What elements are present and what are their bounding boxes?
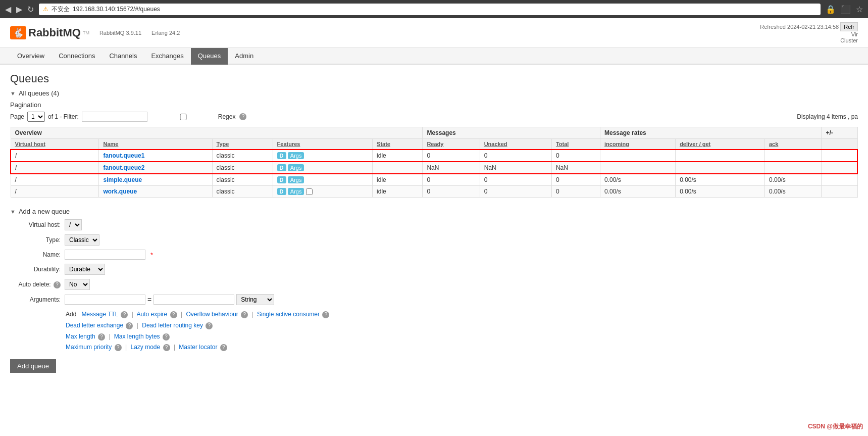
link-master-locator[interactable]: Master locator [179, 344, 217, 351]
header-right: Refreshed 2024-02-21 23:14:58 Refr Vir C… [760, 22, 858, 43]
link-dead-letter-exchange[interactable]: Dead letter exchange [66, 322, 123, 329]
regex-help[interactable]: ? [239, 113, 246, 120]
name-label: Name: [10, 251, 61, 258]
col-extra [822, 139, 857, 150]
durability-select[interactable]: Durable Transient [65, 264, 105, 275]
maximum-priority-help[interactable]: ? [115, 344, 122, 351]
add-queue-arrow: ▼ [10, 209, 16, 215]
col-ack: ack [764, 139, 821, 150]
nav-admin[interactable]: Admin [228, 48, 261, 65]
refresh-btn[interactable]: Refr [840, 22, 858, 31]
page-title: Queues [10, 72, 858, 85]
regex-label: Regex [150, 113, 236, 120]
col-ready: Ready [423, 139, 480, 150]
link-maximum-priority[interactable]: Maximum priority [66, 344, 112, 351]
add-queue-header[interactable]: ▼ Add a new queue [10, 208, 858, 215]
col-incoming: incoming [600, 139, 676, 150]
max-length-help[interactable]: ? [98, 333, 105, 341]
cell-incoming [600, 162, 676, 174]
equals-sign: = [147, 296, 151, 304]
main-nav: Overview Connections Channels Exchanges … [0, 48, 868, 65]
warning-label: 不安全 [52, 5, 70, 14]
master-locator-help[interactable]: ? [220, 344, 227, 351]
cell-unacked: NaN [480, 162, 551, 174]
all-queues-header[interactable]: ▼ All queues (4) [10, 89, 858, 97]
cell-total: 0 [551, 186, 600, 198]
address-bar[interactable]: ⚠ 不安全 192.168.30.140:15672/#/queues [39, 4, 821, 15]
nav-channels[interactable]: Channels [102, 48, 144, 65]
nav-queues[interactable]: Queues [191, 48, 228, 65]
add-queue-section: ▼ Add a new queue Virtual host: / Type: … [10, 208, 858, 372]
auto-expire-help[interactable]: ? [170, 311, 177, 318]
browser-bar: ◀ ▶ ↻ ⚠ 不安全 192.168.30.140:15672/#/queue… [0, 0, 868, 18]
badge-durable: D [277, 188, 286, 195]
table-row: / fanout.queue2 classic D Args NaN NaN N… [11, 162, 857, 174]
badge-durable: D [277, 164, 286, 171]
add-queue-button[interactable]: Add queue [10, 359, 56, 373]
cell-name: fanout.queue2 [99, 162, 212, 174]
link-message-ttl[interactable]: Message TTL [81, 311, 118, 318]
link-dead-letter-routing-key[interactable]: Dead letter routing key [142, 322, 203, 329]
cell-deliver-get [676, 150, 765, 162]
dead-letter-exchange-help[interactable]: ? [126, 322, 133, 329]
col-state: State [373, 139, 423, 150]
max-length-bytes-help[interactable]: ? [163, 333, 170, 341]
link-overflow-behaviour[interactable]: Overflow behaviour [186, 311, 238, 318]
cell-state: idle [373, 174, 423, 186]
arg-type-select[interactable]: String Number Boolean [236, 294, 274, 305]
add-label: Add [66, 311, 80, 318]
virtual-host-select[interactable]: / [65, 219, 82, 230]
nav-connections[interactable]: Connections [52, 48, 102, 65]
cell-ready: NaN [423, 162, 480, 174]
refresh-button[interactable]: ↻ [27, 5, 34, 14]
nav-exchanges[interactable]: Exchanges [144, 48, 190, 65]
message-ttl-help[interactable]: ? [121, 311, 128, 318]
col-name: Name [99, 139, 212, 150]
cell-total: NaN [551, 162, 600, 174]
cell-ack [764, 162, 821, 174]
auto-delete-help[interactable]: ? [54, 281, 61, 288]
cell-type: classic [212, 174, 273, 186]
arg-value-input[interactable] [154, 295, 234, 305]
cell-deliver-get [676, 162, 765, 174]
cell-vhost: / [11, 150, 99, 162]
lazy-mode-help[interactable]: ? [163, 344, 170, 351]
badge-args[interactable]: Args [288, 164, 304, 171]
row-checkbox[interactable] [306, 188, 313, 195]
app-header: 🐇 RabbitMQ TM RabbitMQ 3.9.11 Erlang 24.… [0, 18, 868, 48]
cell-features: D Args [273, 174, 373, 186]
cell-deliver-get: 0.00/s [676, 186, 765, 198]
link-max-length-bytes[interactable]: Max length bytes [114, 333, 160, 340]
dead-letter-routing-key-help[interactable]: ? [206, 322, 213, 329]
items-count: Displaying 4 items , pa [797, 113, 858, 120]
link-auto-expire[interactable]: Auto expire [137, 311, 168, 318]
badge-args[interactable]: Args [288, 188, 304, 195]
section-arrow: ▼ [10, 90, 16, 96]
cell-total: 0 [551, 174, 600, 186]
link-lazy-mode[interactable]: Lazy mode [131, 344, 161, 351]
auto-delete-select[interactable]: No Yes [65, 279, 90, 290]
type-select[interactable]: Classic [65, 234, 99, 246]
cell-extra [822, 162, 857, 174]
name-input[interactable] [65, 250, 145, 260]
single-active-consumer-help[interactable]: ? [322, 311, 329, 318]
forward-button[interactable]: ▶ [16, 5, 22, 14]
table-row: / work.queue classic D Args idle 0 0 0 0… [11, 186, 857, 198]
link-max-length[interactable]: Max length [66, 333, 95, 340]
arg-key-input[interactable] [65, 295, 145, 305]
cell-unacked: 0 [480, 174, 551, 186]
cell-features: D Args [273, 162, 373, 174]
plus-minus-btn[interactable]: +/- [822, 127, 857, 139]
badge-args[interactable]: Args [288, 176, 304, 183]
badge-args[interactable]: Args [288, 152, 304, 159]
cell-name: work.queue [99, 186, 212, 198]
col-message-rates: Message rates [600, 127, 822, 139]
link-single-active-consumer[interactable]: Single active consumer [257, 311, 320, 318]
filter-input[interactable] [82, 112, 147, 122]
back-button[interactable]: ◀ [5, 5, 11, 14]
nav-overview[interactable]: Overview [10, 48, 52, 65]
page-select[interactable]: 1 [27, 112, 45, 122]
cell-ready: 0 [423, 174, 480, 186]
regex-checkbox[interactable] [150, 114, 216, 120]
overflow-behaviour-help[interactable]: ? [241, 311, 248, 318]
